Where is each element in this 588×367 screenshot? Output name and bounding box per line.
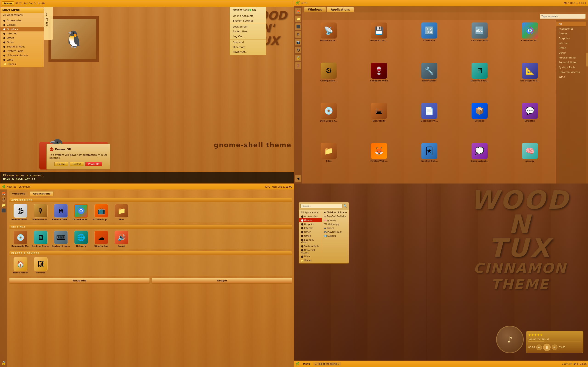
online-accounts-item[interactable]: Online Accounts bbox=[230, 14, 266, 18]
lock-screen-item[interactable]: Lock Screen bbox=[230, 24, 266, 29]
cm-sudoku[interactable]: 🔢 Sudoku bbox=[322, 234, 349, 238]
system-settings-item[interactable]: System Settings bbox=[230, 18, 266, 23]
mint-graphics[interactable]: ● Graphics bbox=[0, 27, 44, 31]
log-out-item[interactable]: Log Out... bbox=[230, 34, 266, 39]
poweroff-button[interactable]: Power Off bbox=[85, 162, 103, 166]
mint-places[interactable]: 📁 Places bbox=[0, 62, 44, 66]
tab-applications-bl[interactable]: Applications bbox=[30, 191, 53, 196]
mint-all-apps[interactable]: All Applications bbox=[0, 13, 44, 17]
settings-desktop-sharing[interactable]: 🖥 Desktop Shar... bbox=[32, 231, 50, 247]
google-button[interactable]: Google bbox=[152, 278, 292, 284]
app-empathy[interactable]: 💬 Empathy bbox=[506, 103, 554, 141]
app-document-viewer[interactable]: 📄 Document Vi... bbox=[405, 103, 454, 141]
app-configure-wine[interactable]: 🍷 Configure Wine bbox=[355, 63, 403, 101]
app-files-tr[interactable]: 📁 Files bbox=[304, 143, 353, 181]
cat-sound-video[interactable]: Sound & Video bbox=[556, 60, 586, 65]
app-dconf[interactable]: 🔧 dconf Editor bbox=[405, 63, 454, 101]
mp-next-button[interactable]: ⏭ bbox=[552, 344, 557, 350]
sidebar-lock-icon[interactable]: 🔒 bbox=[295, 55, 301, 61]
mint-wine[interactable]: ● Wine bbox=[0, 58, 44, 62]
cat-games[interactable]: Games bbox=[556, 31, 586, 36]
tab-applications-tr[interactable]: Applications bbox=[327, 7, 354, 12]
app-remote-desktop[interactable]: 🖥 Remote Desk... bbox=[52, 204, 70, 221]
place-home-folder[interactable]: 🏠 Home Folder bbox=[11, 257, 30, 274]
mp-progress-bar[interactable] bbox=[528, 342, 581, 342]
mp-prev-button[interactable]: ⏮ bbox=[536, 344, 542, 350]
mint-other[interactable]: ● Other bbox=[0, 40, 44, 44]
cm-graphics-br[interactable]: ⬤ Graphics bbox=[299, 222, 322, 226]
scrollbar-thumb-tr[interactable] bbox=[586, 53, 588, 67]
tab-windows-tr[interactable]: Windows bbox=[304, 7, 326, 12]
place-pictures[interactable]: 🖼 Pictures bbox=[32, 257, 50, 274]
bl-sidebar-firefox[interactable]: 🦊 bbox=[1, 191, 6, 195]
sidebar-term-icon[interactable]: ⬛ bbox=[295, 23, 301, 30]
app-dropbox[interactable]: 📦 Dropbox bbox=[455, 103, 504, 141]
cancel-button[interactable]: Cancel bbox=[54, 162, 68, 166]
settings-sound[interactable]: 🔊 Sound bbox=[112, 231, 131, 247]
sidebar-power-icon[interactable]: ⏻ bbox=[295, 47, 301, 53]
app-freecell[interactable]: 🃏 FreeCell Soli... bbox=[405, 143, 454, 181]
cm-all-applications[interactable]: All Applications bbox=[299, 211, 322, 215]
power-off-item[interactable]: Power Off... bbox=[230, 50, 266, 54]
search-input-tr[interactable] bbox=[540, 14, 586, 19]
cat-office[interactable]: Office bbox=[556, 46, 586, 50]
scrollbar-tr[interactable] bbox=[586, 20, 588, 184]
cat-accessories[interactable]: Accessories bbox=[556, 26, 586, 31]
cm-mahjongg[interactable]: 🀱 Mahjongg bbox=[322, 222, 349, 226]
wikipedia-button[interactable]: Wikipedia bbox=[9, 278, 150, 284]
bl-sidebar-lock[interactable]: 🔒 bbox=[1, 361, 6, 365]
app-files-bl[interactable]: 📁 Files bbox=[112, 204, 131, 221]
cm-gbrainy-br[interactable]: 🧠 gbrainy bbox=[322, 218, 349, 222]
settings-removable-media[interactable]: 💿 Removable M... bbox=[11, 231, 30, 247]
cm-wine[interactable]: ⬤ Wine bbox=[299, 255, 322, 259]
tab-windows-bl[interactable]: Windows bbox=[9, 191, 28, 196]
cm-universal-access[interactable]: ⬤ Universal Access bbox=[299, 248, 322, 255]
app-disk-utility[interactable]: 🖴 Disk Utility bbox=[355, 103, 403, 141]
cm-playonlinux[interactable]: 🎮 PlayOnLinux bbox=[322, 230, 349, 234]
restart-button[interactable]: Restart bbox=[69, 162, 84, 166]
app-sound-recorder[interactable]: 🎙 Sound Recor... bbox=[32, 204, 50, 221]
cat-graphics[interactable]: Graphics bbox=[556, 36, 586, 41]
mint-accessories[interactable]: ● Accessories bbox=[0, 18, 44, 23]
cm-other[interactable]: ⬤ Other bbox=[299, 230, 322, 234]
cat-internet[interactable]: Internet bbox=[556, 41, 586, 46]
app-browse-cdrive[interactable]: 💾 Browse C Dri... bbox=[355, 23, 403, 61]
bl-sidebar-files[interactable]: 📁 bbox=[1, 203, 6, 207]
settings-keyboard[interactable]: ⌨ Keyboard Inp... bbox=[52, 231, 70, 247]
hibernate-item[interactable]: Hibernate bbox=[230, 45, 266, 50]
sidebar-arrow-icon[interactable]: ◀ bbox=[295, 175, 301, 182]
app-dia[interactable]: 📐 Dia Diagram E... bbox=[506, 63, 554, 101]
app-calculator[interactable]: 🔢 Calculator bbox=[405, 23, 454, 61]
settings-ubuntu-one[interactable]: ☁ Ubuntu One bbox=[92, 231, 111, 247]
app-broadcast-pr[interactable]: 📡 Broadcast Pr... bbox=[304, 23, 353, 61]
taskbar-br-item[interactable]: 1: Top of the World... bbox=[313, 362, 341, 366]
notifications-item[interactable]: Notifications ON bbox=[230, 8, 266, 12]
cm-sound-video-br[interactable]: ⬤ Sound & Video bbox=[299, 238, 322, 244]
mint-office[interactable]: ● Office bbox=[0, 36, 44, 40]
mp-play-button[interactable]: ⏸ bbox=[543, 344, 551, 351]
cm-accessories[interactable]: ⬤ Accessories bbox=[299, 215, 322, 218]
cm-internet[interactable]: ⬤ Internet bbox=[299, 226, 322, 230]
mint-menu-button[interactable]: Menu bbox=[2, 1, 14, 6]
app-chromium-bl[interactable]: Chromium W... bbox=[72, 204, 90, 221]
sidebar-files-icon[interactable]: 📁 bbox=[295, 16, 301, 22]
cat-wine[interactable]: Wine bbox=[556, 75, 586, 79]
bl-sidebar-term[interactable]: ⬛ bbox=[1, 208, 6, 213]
mint-system-tools[interactable]: ● System Tools bbox=[0, 49, 44, 53]
sidebar-settings-icon[interactable]: ⚙ bbox=[295, 31, 301, 38]
app-gaim[interactable]: 💭 Gaim Instant... bbox=[455, 143, 504, 181]
app-firefox[interactable]: 🦊 Firefox Web ... bbox=[355, 143, 403, 181]
app-character-map[interactable]: 🔤 Character Map bbox=[455, 23, 504, 61]
cm-mines[interactable]: 💣 Mines bbox=[322, 226, 349, 230]
bl-sidebar-active[interactable]: ⊙ bbox=[2, 196, 6, 202]
mint-games[interactable]: ● Games bbox=[0, 23, 44, 27]
mint-internet[interactable]: ● Internet bbox=[0, 31, 44, 36]
mint-menu-panel[interactable]: MINT MENU All Applications ● Accessories… bbox=[0, 7, 44, 67]
sidebar-firefox-icon[interactable]: 🦊 bbox=[295, 8, 301, 14]
app-desktop-share[interactable]: 🖥 Desktop Shar... bbox=[455, 63, 504, 101]
cm-search-input[interactable] bbox=[300, 204, 342, 208]
suspend-item[interactable]: Suspend bbox=[230, 40, 266, 45]
user-dropdown-menu[interactable]: Notifications ON Online Accounts System … bbox=[229, 7, 266, 55]
app-configuration[interactable]: ⚙ Configuratio... bbox=[304, 63, 353, 101]
cm-places[interactable]: 📁 Places bbox=[299, 259, 322, 262]
